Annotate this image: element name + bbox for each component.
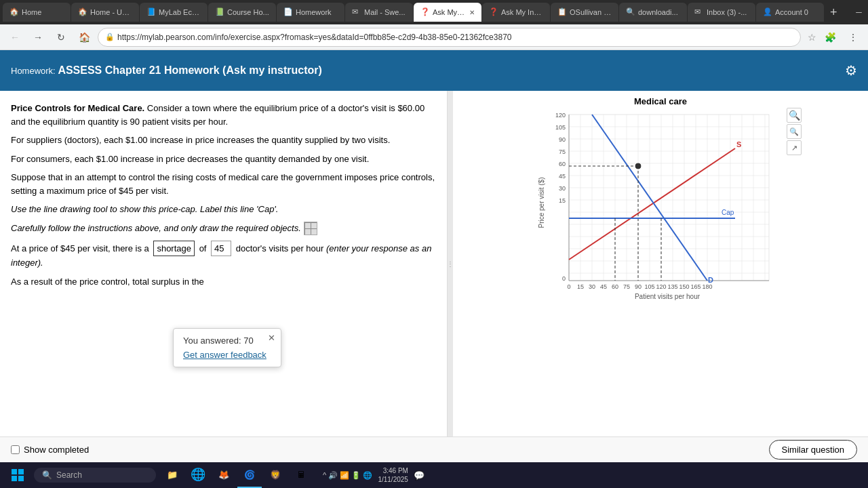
tab-mail[interactable]: ✉ Mail - Swe... [345, 3, 413, 22]
svg-text:105: 105 [644, 283, 654, 290]
notification-icon: 💬 [414, 470, 425, 481]
question-text: Price Controls for Medical Care. Conside… [11, 102, 436, 288]
svg-text:75: 75 [559, 148, 566, 155]
tab-home-un[interactable]: 🏠 Home - Un... [71, 3, 139, 22]
system-tray: ^ 🔊 📶 🔋 🌐 3:46 PM 1/11/2025 💬 [317, 466, 430, 484]
clock-time: 3:46 PM [378, 466, 408, 475]
shortage-of: of [199, 243, 207, 253]
forward-button[interactable]: → [28, 28, 47, 47]
svg-text:15: 15 [559, 197, 566, 204]
popup-close-button[interactable]: ✕ [268, 333, 275, 343]
refresh-button[interactable]: ↻ [52, 28, 71, 47]
firefox-icon: 🦊 [218, 470, 229, 480]
tab-favicon-mail: ✉ [352, 7, 361, 17]
tab-label-download: downloadi... [638, 8, 680, 16]
taskbar-brave-app[interactable]: 🦁 [263, 462, 288, 488]
tab-label-mail: Mail - Swe... [364, 8, 406, 16]
bottom-bar: Show completed Similar question [0, 436, 868, 462]
svg-rect-69 [18, 469, 24, 474]
nav-bar: ← → ↻ 🏠 🔒 https://mylab.pearson.com/info… [0, 24, 868, 50]
chrome-icon: 🌀 [244, 470, 255, 480]
taskbar-firefox-app[interactable]: 🦊 [212, 462, 236, 488]
svg-rect-70 [12, 476, 17, 481]
tab-download[interactable]: 🔍 downloadi... [619, 3, 687, 22]
similar-question-button[interactable]: Similar question [769, 440, 858, 460]
suppose-text: Suppose that in an attempt to control th… [11, 171, 436, 197]
tab-favicon-download: 🔍 [626, 7, 635, 17]
taskbar-search-bar[interactable]: 🔍 Search [34, 468, 156, 483]
svg-rect-0 [569, 115, 769, 281]
svg-rect-68 [12, 469, 17, 474]
taskbar-chrome-app[interactable]: 🌀 [237, 462, 262, 488]
zoom-controls: 🔍 🔍 ↗ [787, 108, 802, 155]
tab-label-ask-instr: Ask My Ins... [501, 8, 543, 16]
chart-area: 🔍 🔍 ↗ [538, 108, 783, 306]
start-button[interactable] [5, 466, 30, 485]
show-completed-checkbox[interactable] [11, 445, 20, 454]
question-title: Price Controls for Medical Care. [11, 103, 144, 113]
tab-course[interactable]: 📗 Course Ho... [208, 3, 276, 22]
grid-icon [304, 222, 317, 235]
tab-osullivan[interactable]: 📋 OSullivan C... [551, 3, 618, 22]
show-completed-container: Show completed [11, 445, 89, 455]
page-title: ASSESS Chapter 21 Homework (Ask my instr… [58, 64, 321, 76]
taskbar-calculator-app[interactable]: 🖩 [289, 462, 313, 488]
window-controls: ─ □ ✕ [844, 0, 868, 24]
tab-close-ask-my[interactable]: ✕ [469, 9, 475, 16]
settings-icon[interactable]: ⚙ [845, 62, 857, 79]
show-completed-label: Show completed [24, 445, 89, 455]
tab-favicon-mylab: 📘 [146, 7, 156, 17]
tab-ask-instr[interactable]: ❓ Ask My Ins... [482, 3, 550, 22]
economics-chart: 120 105 90 75 60 45 30 15 0 0 15 30 45 6… [538, 108, 783, 304]
tab-inbox[interactable]: ✉ Inbox (3) -... [688, 3, 755, 22]
tab-favicon-course: 📗 [215, 7, 224, 17]
home-button[interactable]: 🏠 [75, 28, 94, 47]
answer-popup: ✕ You answered: 70 Get answer feedback [173, 328, 281, 367]
consumers-text: For consumers, each $1.00 increase in pr… [11, 152, 436, 166]
zoom-expand-button[interactable]: ↗ [787, 140, 802, 155]
zoom-out-button[interactable]: 🔍 [787, 124, 802, 139]
taskbar-apps: 📁 🌐 🦊 🌀 🦁 🖩 [160, 462, 313, 488]
chart-title: Medical care [634, 96, 687, 106]
tab-mylab[interactable]: 📘 MyLab Eco... [140, 3, 208, 22]
right-panel: Medical care 🔍 🔍 ↗ [453, 91, 868, 436]
svg-text:75: 75 [623, 283, 630, 290]
search-icon: 🔍 [42, 470, 52, 480]
bookmark-button[interactable]: ☆ [808, 32, 816, 43]
tab-label-mylab: MyLab Eco... [159, 8, 201, 16]
clock: 3:46 PM 1/11/2025 [378, 466, 408, 484]
svg-text:135: 135 [667, 283, 677, 290]
menu-button[interactable]: ⋮ [844, 28, 863, 47]
tab-bar: 🏠 Home 🏠 Home - Un... 📘 MyLab Eco... 📗 C… [0, 0, 868, 24]
address-bar[interactable]: 🔒 https://mylab.pearson.com/info/exercis… [98, 28, 801, 47]
taskbar-files-app[interactable]: 📁 [160, 462, 184, 488]
back-button[interactable]: ← [5, 28, 24, 47]
zoom-in-button[interactable]: 🔍 [787, 108, 802, 123]
page-header: Homework: ASSESS Chapter 21 Homework (As… [0, 50, 868, 91]
instruction1: Use the line drawing tool to show this p… [11, 204, 278, 214]
svg-text:120: 120 [555, 112, 566, 119]
get-feedback-link[interactable]: Get answer feedback [183, 350, 271, 360]
shortage-value-input[interactable]: 45 [211, 241, 231, 257]
shortage-word: shortage [153, 241, 195, 257]
minimize-button[interactable]: ─ [844, 0, 868, 24]
answer-label: You answered: [183, 336, 241, 346]
svg-text:Cap: Cap [722, 209, 734, 216]
tab-account[interactable]: 👤 Account 0 [756, 3, 824, 22]
answer-value: 70 [243, 336, 253, 346]
tab-ask-my[interactable]: ❓ Ask My I... ✕ [414, 3, 481, 22]
taskbar: 🔍 Search 📁 🌐 🦊 🌀 🦁 🖩 ^ 🔊 📶 🔋 🌐 3:46 PM 1… [0, 462, 868, 488]
svg-text:Patient visits per hour: Patient visits per hour [635, 293, 701, 300]
tab-favicon-home: 🏠 [9, 7, 19, 17]
brave-icon: 🦁 [270, 470, 281, 480]
tab-label-homework: Homework [296, 8, 338, 16]
svg-text:30: 30 [589, 283, 595, 290]
lock-icon: 🔒 [105, 33, 115, 41]
tab-home[interactable]: 🏠 Home [3, 3, 71, 22]
panel-divider[interactable]: ⋮ [448, 91, 453, 436]
svg-text:0: 0 [562, 275, 566, 282]
taskbar-edge-app[interactable]: 🌐 [186, 462, 210, 488]
tab-homework[interactable]: 📄 Homework [277, 3, 344, 22]
extensions-button[interactable]: 🧩 [821, 28, 840, 47]
new-tab-button[interactable]: + [825, 5, 843, 20]
